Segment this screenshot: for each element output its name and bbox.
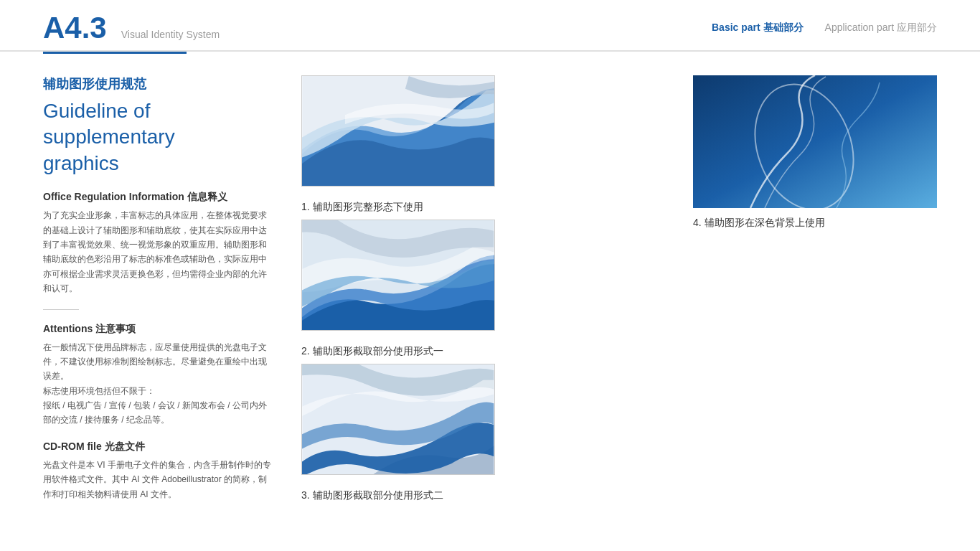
graphic-label-2: 2. 辅助图形截取部分使用形式一 [301,345,664,358]
middle-column: 1. 辅助图形完整形态下使用 2. 辅助图形截取部分使 [301,75,664,514]
dark-graphic-box [693,75,937,208]
nav-application-part[interactable]: Application part 应用部分 [825,22,937,34]
info-block-cdrom: CD-ROM file 光盘文件 光盘文件是本 VI 手册电子文件的集合，内含手… [43,441,273,501]
info-heading-cdrom: CD-ROM file 光盘文件 [43,441,273,453]
main-content: 辅助图形使用规范 Guideline of supplementary grap… [0,54,980,536]
page-header: A4.3 Visual Identity System Basic part 基… [0,0,980,52]
graphic-item-1 [301,75,664,187]
graphic-label-1: 1. 辅助图形完整形态下使用 [301,201,664,214]
top-nav: Basic part 基础部分 Application part 应用部分 [712,22,937,34]
info-block-regulation: Office Regulation Information 信息释义 为了充实企… [43,191,273,296]
info-heading-attentions: Attentions 注意事项 [43,323,273,336]
graphic-item-3 [301,364,664,475]
section-title-en: Guideline of supplementary graphics [43,98,273,176]
graphic-box-3 [301,364,495,475]
info-block-attentions: Attentions 注意事项 在一般情况下使用品牌标志，应尽量使用提供的光盘电… [43,323,273,428]
system-name: Visual Identity System [121,29,220,40]
info-text-regulation: 为了充实企业形象，丰富标志的具体应用，在整体视觉要求的基础上设计了辅助图形和辅助… [43,208,273,296]
graphic-box-1 [301,75,495,187]
graphic-box-2 [301,220,495,331]
dark-graphic-label: 4. 辅助图形在深色背景上使用 [693,217,937,230]
info-heading-regulation: Office Regulation Information 信息释义 [43,191,273,204]
page-number: A4.3 [43,13,107,43]
right-column: 4. 辅助图形在深色背景上使用 [693,75,937,514]
graphic-label-3: 3. 辅助图形截取部分使用形式二 [301,489,664,502]
section-divider [43,309,79,310]
section-title-cn: 辅助图形使用规范 [43,75,273,93]
svg-rect-3 [693,75,937,208]
graphic-item-2 [301,220,664,331]
nav-basic-part[interactable]: Basic part 基础部分 [712,22,804,34]
left-column: 辅助图形使用规范 Guideline of supplementary grap… [43,75,273,514]
info-text-cdrom: 光盘文件是本 VI 手册电子文件的集合，内含手册制作时的专用软件格式文件。其中 … [43,458,273,501]
header-left: A4.3 Visual Identity System [43,13,220,43]
info-text-attentions: 在一般情况下使用品牌标志，应尽量使用提供的光盘电子文件，不建议使用标准制图绘制标… [43,340,273,428]
